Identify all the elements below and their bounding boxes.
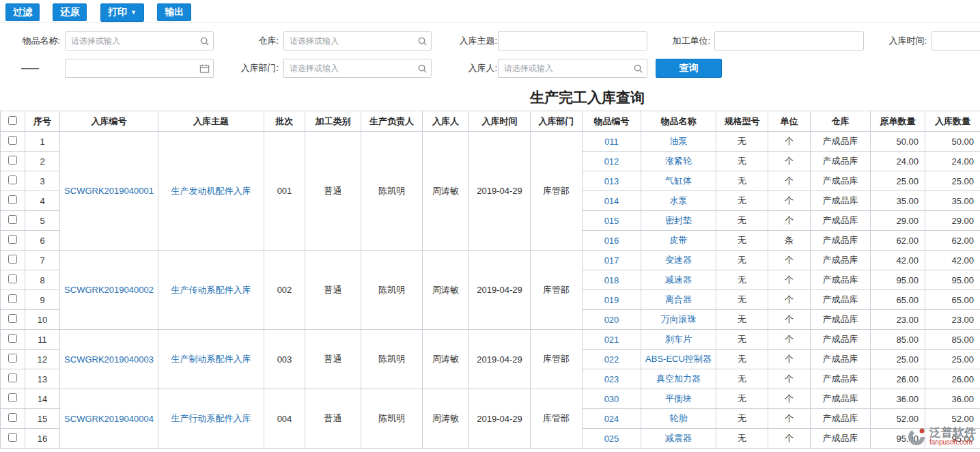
category-cell: 普通 — [305, 132, 361, 251]
row-checkbox[interactable] — [8, 255, 17, 264]
entry-qty-cell: 23.00 — [925, 310, 980, 330]
entry-no-link[interactable]: SCWGRK2019040002 — [64, 285, 154, 295]
spec-cell: 无 — [716, 211, 768, 231]
item-name-link-cell: 真空加力器 — [641, 369, 716, 389]
row-checkbox[interactable] — [8, 294, 17, 303]
serial-cell: 5 — [25, 211, 60, 231]
query-button[interactable]: 查询 — [656, 59, 722, 78]
entry-subject-label: 入库主题: — [437, 31, 497, 51]
select-all-checkbox[interactable] — [8, 116, 17, 125]
item-name-link[interactable]: 减速器 — [665, 274, 692, 285]
print-button[interactable]: 打印▼ — [100, 3, 144, 22]
item-no-link[interactable]: 016 — [604, 236, 619, 246]
row-checkbox[interactable] — [8, 433, 17, 442]
calendar-icon[interactable] — [199, 63, 210, 74]
item-name-link-cell: 轮胎 — [641, 409, 716, 429]
item-no-link[interactable]: 025 — [604, 434, 619, 444]
row-checkbox[interactable] — [8, 314, 17, 323]
item-no-link[interactable]: 020 — [604, 315, 619, 325]
item-name-link-cell: 油泵 — [641, 132, 716, 152]
item-name-link[interactable]: 平衡块 — [665, 393, 692, 404]
row-checkbox[interactable] — [8, 215, 17, 224]
item-no-link[interactable]: 014 — [604, 196, 619, 206]
entry-department-input[interactable] — [284, 59, 431, 77]
row-checkbox[interactable] — [8, 175, 17, 184]
search-icon[interactable] — [417, 36, 428, 46]
entry-subject-link[interactable]: 生产制动系配件入库 — [171, 354, 251, 364]
item-name-link[interactable]: ABS-ECU控制器 — [645, 354, 712, 364]
item-name-link[interactable]: 密封垫 — [665, 215, 692, 225]
item-no-link[interactable]: 015 — [604, 216, 619, 226]
item-no-link[interactable]: 024 — [604, 414, 619, 424]
entry-no-link[interactable]: SCWGRK2019040004 — [64, 414, 154, 424]
print-button-label: 打印 — [108, 6, 127, 17]
item-no-link[interactable]: 011 — [604, 137, 619, 147]
row-checkbox[interactable] — [8, 354, 17, 363]
item-no-link[interactable]: 018 — [604, 275, 619, 285]
original-qty-cell: 85.00 — [871, 330, 925, 350]
filter-button[interactable]: 过滤 — [5, 3, 40, 21]
item-name-link[interactable]: 离合器 — [665, 294, 692, 305]
item-name-link[interactable]: 变速器 — [665, 255, 692, 265]
warehouse-cell: 产成品库 — [811, 350, 871, 369]
item-name-input[interactable] — [66, 32, 213, 50]
item-name-link[interactable]: 万向滚珠 — [661, 314, 697, 324]
row-checkbox[interactable] — [8, 393, 17, 402]
date-to-field-wrap — [65, 59, 214, 78]
export-button[interactable]: 输出 — [157, 3, 191, 21]
item-name-link[interactable]: 气缸体 — [665, 175, 692, 186]
item-name-link[interactable]: 刹车片 — [665, 334, 692, 344]
manager-cell: 陈凯明 — [361, 330, 423, 389]
warehouse-field-wrap — [283, 31, 432, 51]
date-to-input[interactable] — [66, 59, 213, 77]
row-checkbox[interactable] — [8, 274, 17, 283]
entry-subject-link[interactable]: 生产传动系配件入库 — [171, 285, 251, 295]
item-name-link-cell: 万向滚珠 — [641, 310, 716, 330]
entry-subject-link[interactable]: 生产发动机配件入库 — [171, 186, 251, 196]
entry-time-input[interactable] — [932, 32, 980, 50]
row-checkbox[interactable] — [8, 235, 17, 244]
row-checkbox[interactable] — [8, 136, 17, 145]
row-checkbox-cell — [1, 132, 25, 152]
entry-person-cell: 周涛敏 — [423, 132, 469, 251]
search-icon[interactable] — [633, 63, 643, 74]
row-checkbox[interactable] — [8, 334, 17, 343]
item-no-link[interactable]: 023 — [604, 374, 619, 384]
item-no-link[interactable]: 012 — [604, 156, 619, 167]
item-no-link[interactable]: 017 — [604, 255, 619, 266]
search-icon[interactable] — [417, 63, 428, 74]
item-name-link[interactable]: 涨紧轮 — [665, 156, 692, 166]
item-name-link[interactable]: 油泵 — [670, 136, 688, 146]
item-no-link[interactable]: 021 — [604, 335, 619, 345]
column-header: 入库主题 — [158, 111, 264, 132]
item-name-link[interactable]: 轮胎 — [670, 413, 688, 423]
column-header: 序号 — [25, 111, 60, 132]
row-checkbox[interactable] — [8, 413, 17, 422]
original-qty-cell: 42.00 — [871, 251, 925, 270]
entry-person-input[interactable] — [499, 59, 647, 77]
row-checkbox[interactable] — [8, 156, 17, 165]
item-name-link[interactable]: 皮带 — [670, 235, 688, 245]
search-icon[interactable] — [199, 36, 210, 46]
item-name-link[interactable]: 减震器 — [665, 433, 692, 443]
serial-cell: 8 — [25, 270, 60, 290]
entry-no-link[interactable]: SCWGRK2019040001 — [64, 186, 154, 196]
processing-unit-field-wrap — [714, 31, 864, 51]
date-range-separator: —— — [0, 59, 60, 78]
item-no-link[interactable]: 013 — [604, 176, 619, 186]
processing-unit-input[interactable] — [715, 32, 863, 50]
row-checkbox[interactable] — [8, 195, 17, 204]
warehouse-input[interactable] — [284, 32, 431, 50]
item-no-link[interactable]: 022 — [604, 354, 619, 365]
item-name-link[interactable]: 水泵 — [670, 195, 688, 206]
entry-subject-input[interactable] — [499, 32, 647, 50]
item-no-link[interactable]: 019 — [604, 295, 619, 305]
entry-no-link[interactable]: SCWGRK2019040003 — [64, 354, 154, 365]
entry-subject-link[interactable]: 生产行动系配件入库 — [171, 413, 251, 423]
item-no-link[interactable]: 030 — [604, 394, 619, 404]
original-qty-cell: 95.00 — [871, 270, 925, 290]
row-checkbox[interactable] — [8, 373, 17, 382]
original-qty-cell: 36.00 — [871, 389, 925, 409]
restore-button[interactable]: 还原 — [53, 3, 87, 21]
item-name-link[interactable]: 真空加力器 — [656, 373, 701, 384]
